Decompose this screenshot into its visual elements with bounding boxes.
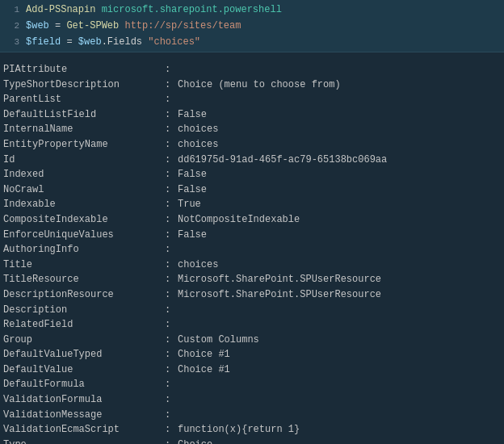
property-name: Title xyxy=(3,258,165,273)
colon-separator: : xyxy=(165,258,178,273)
property-value xyxy=(178,377,501,392)
property-name: InternalName xyxy=(3,122,165,137)
property-value: choices xyxy=(178,258,501,273)
output-row: Description: xyxy=(0,303,504,318)
property-name: Description xyxy=(3,303,165,318)
property-name: ValidationEcmaScript xyxy=(3,422,165,438)
colon-separator: : xyxy=(165,122,178,137)
output-row: DefaultFormula: xyxy=(0,377,504,392)
property-value xyxy=(178,317,501,333)
property-value: Microsoft.SharePoint.SPUserResource xyxy=(178,287,501,303)
output-row: ParentList: xyxy=(0,92,504,107)
output-row: DefaultValue:Choice #1 xyxy=(0,362,504,378)
output-row: EnforceUniqueValues:False xyxy=(0,228,504,243)
colon-separator: : xyxy=(165,137,178,153)
property-name: DescriptionResource xyxy=(3,287,165,303)
code-text: Add-PSSnapin microsoft.sharepoint.powers… xyxy=(26,2,282,17)
property-name: AuthoringInfo xyxy=(3,242,165,258)
property-value xyxy=(178,408,501,423)
property-value: choices xyxy=(178,137,501,153)
colon-separator: : xyxy=(165,347,178,362)
colon-separator: : xyxy=(165,287,178,303)
property-name: NoCrawl xyxy=(3,182,165,198)
colon-separator: : xyxy=(165,422,178,438)
output-row: ValidationMessage: xyxy=(0,408,504,423)
output-row: CompositeIndexable:NotCompositeIndexable xyxy=(0,212,504,228)
colon-separator: : xyxy=(165,362,178,378)
output-row: Title:choices xyxy=(0,258,504,273)
code-line: 3$field = $web.Fields "choices" xyxy=(0,34,504,50)
property-value: Custom Columns xyxy=(178,333,501,348)
property-value: Choice xyxy=(178,438,501,444)
property-value xyxy=(178,62,501,77)
property-name: ValidationMessage xyxy=(3,408,165,423)
property-value: Choice #1 xyxy=(178,347,501,362)
output-row: ValidationFormula: xyxy=(0,392,504,408)
colon-separator: : xyxy=(165,107,178,123)
output-row: NoCrawl:False xyxy=(0,182,504,198)
property-name: Type xyxy=(3,438,165,444)
property-value: False xyxy=(178,182,501,198)
code-section: 1Add-PSSnapin microsoft.sharepoint.power… xyxy=(0,0,504,52)
output-row: AuthoringInfo: xyxy=(0,242,504,258)
property-value xyxy=(178,92,501,107)
property-value xyxy=(178,392,501,408)
colon-separator: : xyxy=(165,197,178,212)
output-row: ValidationEcmaScript:function(x){return … xyxy=(0,422,504,438)
property-value: Microsoft.SharePoint.SPUserResource xyxy=(178,272,501,287)
property-value: False xyxy=(178,228,501,243)
property-value: Choice (menu to choose from) xyxy=(178,77,501,93)
code-text: $field = $web.Fields "choices" xyxy=(26,35,200,49)
property-value: function(x){return 1} xyxy=(178,422,501,438)
colon-separator: : xyxy=(165,212,178,228)
output-row: Type:Choice xyxy=(0,438,504,444)
property-name: EntityPropertyName xyxy=(3,137,165,153)
property-name: DefaultValue xyxy=(3,362,165,378)
colon-separator: : xyxy=(165,167,178,182)
output-row: Indexable:True xyxy=(0,197,504,212)
property-value: False xyxy=(178,107,501,123)
colon-separator: : xyxy=(165,242,178,258)
output-row: EntityPropertyName:choices xyxy=(0,137,504,153)
colon-separator: : xyxy=(165,317,178,333)
property-value: dd61975d-91ad-465f-ac79-65138bc069aa xyxy=(178,153,501,168)
colon-separator: : xyxy=(165,438,178,444)
property-name: Id xyxy=(3,153,165,168)
property-name: ValidationFormula xyxy=(3,392,165,408)
line-number: 1 xyxy=(3,3,19,17)
property-value xyxy=(178,303,501,318)
code-line: 1Add-PSSnapin microsoft.sharepoint.power… xyxy=(0,2,504,18)
output-row: Id:dd61975d-91ad-465f-ac79-65138bc069aa xyxy=(0,153,504,168)
output-row: DefaultListField:False xyxy=(0,107,504,123)
property-value: choices xyxy=(178,122,501,137)
property-name: Indexable xyxy=(3,197,165,212)
colon-separator: : xyxy=(165,92,178,107)
colon-separator: : xyxy=(165,62,178,77)
property-value: False xyxy=(178,167,501,182)
output-row: PIAttribute: xyxy=(0,62,504,77)
property-name: EnforceUniqueValues xyxy=(3,228,165,243)
property-name: DefaultFormula xyxy=(3,377,165,392)
colon-separator: : xyxy=(165,377,178,392)
colon-separator: : xyxy=(165,153,178,168)
output-row: DefaultValueTyped:Choice #1 xyxy=(0,347,504,362)
property-value: Choice #1 xyxy=(178,362,501,378)
output-row: TitleResource:Microsoft.SharePoint.SPUse… xyxy=(0,272,504,287)
property-name: ParentList xyxy=(3,92,165,107)
colon-separator: : xyxy=(165,228,178,243)
colon-separator: : xyxy=(165,77,178,93)
output-row: RelatedField: xyxy=(0,317,504,333)
output-row: Indexed:False xyxy=(0,167,504,182)
property-name: Group xyxy=(3,333,165,348)
output-row: InternalName:choices xyxy=(0,122,504,137)
output-row: Group:Custom Columns xyxy=(0,333,504,348)
property-name: CompositeIndexable xyxy=(3,212,165,228)
code-text: $web = Get-SPWeb http://sp/sites/team xyxy=(26,19,241,33)
line-number: 3 xyxy=(3,36,19,49)
property-name: TypeShortDescription xyxy=(3,77,165,93)
line-number: 2 xyxy=(3,19,19,33)
property-value: NotCompositeIndexable xyxy=(178,212,501,228)
property-name: DefaultListField xyxy=(3,107,165,123)
property-name: PIAttribute xyxy=(3,62,165,77)
colon-separator: : xyxy=(165,303,178,318)
